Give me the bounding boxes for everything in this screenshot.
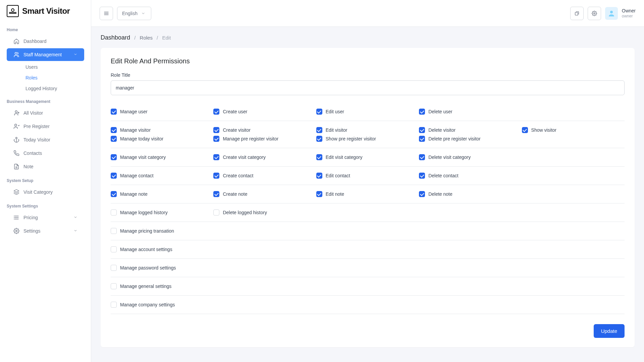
permission-checkbox[interactable] xyxy=(316,173,322,179)
sidebar-subitem-users[interactable]: Users xyxy=(7,62,84,72)
permission-checkbox[interactable] xyxy=(111,228,117,234)
permission-checkbox[interactable] xyxy=(316,154,322,160)
role-title-input[interactable] xyxy=(111,80,625,95)
sidebar-item-all-visitor[interactable]: All Visitor xyxy=(7,107,84,119)
menu-toggle-button[interactable] xyxy=(100,7,113,20)
permission-row: Manage userCreate userEdit userDelete us… xyxy=(111,103,625,121)
sidebar-subitem-roles[interactable]: Roles xyxy=(7,72,84,83)
nav-section-label: Home xyxy=(0,25,91,34)
copy-button[interactable] xyxy=(570,7,584,20)
permission-item: Edit visitor xyxy=(316,126,419,134)
sidebar-item-today-visitor[interactable]: Today Visitor xyxy=(7,133,84,146)
permission-item: Delete user xyxy=(419,107,522,116)
permission-label: Manage pricing transation xyxy=(120,228,174,234)
permission-checkbox[interactable] xyxy=(111,283,117,289)
permission-item: Delete logged history xyxy=(213,208,316,217)
sidebar-item-dashboard[interactable]: Dashboard xyxy=(7,35,84,48)
permission-item: Manage visitor xyxy=(111,126,213,134)
sidebar-item-pricing[interactable]: Pricing xyxy=(7,211,84,224)
chevron-down-icon xyxy=(140,10,146,16)
permission-label: Delete visit category xyxy=(428,155,471,160)
permission-label: Edit visitor xyxy=(326,127,347,133)
permission-row: Manage general settings xyxy=(111,277,625,296)
breadcrumb-root[interactable]: Dashboard xyxy=(101,34,130,41)
permission-item: Edit visit category xyxy=(316,153,419,162)
avatar[interactable] xyxy=(605,7,618,20)
permission-item: Show visitor xyxy=(522,126,625,134)
sidebar-item-contacts[interactable]: Contacts xyxy=(7,147,84,160)
permission-checkbox[interactable] xyxy=(111,136,117,142)
permission-checkbox[interactable] xyxy=(213,136,219,142)
permission-checkbox[interactable] xyxy=(111,246,117,252)
sidebar-item-note[interactable]: Note xyxy=(7,160,84,173)
permission-label: Manage today visitor xyxy=(120,136,163,141)
sidebar-item-settings[interactable]: Settings xyxy=(7,225,84,237)
permission-label: Show pre register visitor xyxy=(326,136,376,141)
update-button[interactable]: Update xyxy=(594,324,625,338)
permission-checkbox[interactable] xyxy=(213,173,219,179)
permission-checkbox[interactable] xyxy=(213,127,219,133)
permission-label: Create visitor xyxy=(223,127,250,133)
anchor-icon xyxy=(13,137,19,143)
permission-checkbox[interactable] xyxy=(213,191,219,197)
sidebar-item-pre-register[interactable]: Pre Register xyxy=(7,120,84,133)
permission-label: Create note xyxy=(223,191,247,197)
permission-checkbox[interactable] xyxy=(316,191,322,197)
sidebar-item-label: Pre Register xyxy=(23,124,50,129)
permission-checkbox[interactable] xyxy=(111,173,117,179)
permission-checkbox[interactable] xyxy=(419,173,425,179)
permission-checkbox[interactable] xyxy=(111,191,117,197)
sidebar-subitem-logged-history[interactable]: Logged History xyxy=(7,83,84,94)
permission-label: Delete logged history xyxy=(223,210,267,215)
language-dropdown[interactable]: English xyxy=(117,7,151,20)
svg-point-0 xyxy=(610,11,613,13)
permission-item: Manage account settings xyxy=(111,245,213,254)
permission-checkbox[interactable] xyxy=(419,109,425,115)
nav-section-label: Business Management xyxy=(0,97,91,106)
permission-checkbox[interactable] xyxy=(213,154,219,160)
sidebar-item-label: Visit Category xyxy=(23,189,53,195)
sidebar: Smart Visitor HomeDashboardStaff Managem… xyxy=(0,0,91,362)
permission-label: Manage company settings xyxy=(120,302,175,307)
breadcrumb-mid[interactable]: Roles xyxy=(140,35,153,41)
sidebar-item-staff-management[interactable]: Staff Management xyxy=(7,48,84,61)
permission-checkbox[interactable] xyxy=(419,136,425,142)
permission-checkbox[interactable] xyxy=(111,109,117,115)
permission-row: Manage visit categoryCreate visit catego… xyxy=(111,148,625,167)
permission-checkbox[interactable] xyxy=(522,127,528,133)
user-role: owner xyxy=(622,14,636,19)
permission-label: Manage user xyxy=(120,109,148,114)
breadcrumb: Dashboard / Roles / Edit xyxy=(101,34,635,41)
permission-checkbox[interactable] xyxy=(111,154,117,160)
permission-checkbox[interactable] xyxy=(213,109,219,115)
settings-button[interactable] xyxy=(588,7,601,20)
permission-item: Manage pre register visitor xyxy=(213,134,316,143)
permission-item: Manage visit category xyxy=(111,153,213,162)
permission-checkbox[interactable] xyxy=(316,109,322,115)
sidebar-item-label: Pricing xyxy=(23,215,38,220)
permission-checkbox[interactable] xyxy=(316,136,322,142)
permission-label: Manage contact xyxy=(120,173,154,178)
permission-checkbox[interactable] xyxy=(316,127,322,133)
permission-checkbox[interactable] xyxy=(419,127,425,133)
permission-label: Manage visit category xyxy=(120,155,166,160)
logo[interactable]: Smart Visitor xyxy=(0,0,91,22)
sidebar-item-label: Staff Management xyxy=(23,52,62,57)
permission-checkbox[interactable] xyxy=(419,154,425,160)
sidebar-item-label: All Visitor xyxy=(23,110,43,116)
permission-checkbox[interactable] xyxy=(111,127,117,133)
permission-checkbox[interactable] xyxy=(111,209,117,216)
permission-label: Edit contact xyxy=(326,173,350,178)
gear-icon xyxy=(591,10,597,16)
permission-label: Manage note xyxy=(120,191,148,197)
edit-role-card: Edit Role And Permissions Role Title Man… xyxy=(101,48,635,347)
permission-checkbox[interactable] xyxy=(111,302,117,308)
permission-checkbox[interactable] xyxy=(111,265,117,271)
user-info[interactable]: Owner owner xyxy=(622,8,636,19)
permission-row: Manage password settings xyxy=(111,259,625,277)
permission-label: Manage account settings xyxy=(120,247,172,252)
sidebar-item-visit-category[interactable]: Visit Category xyxy=(7,186,84,198)
permission-checkbox[interactable] xyxy=(419,191,425,197)
permission-checkbox[interactable] xyxy=(213,209,219,216)
permission-item: Show pre register visitor xyxy=(316,134,419,143)
